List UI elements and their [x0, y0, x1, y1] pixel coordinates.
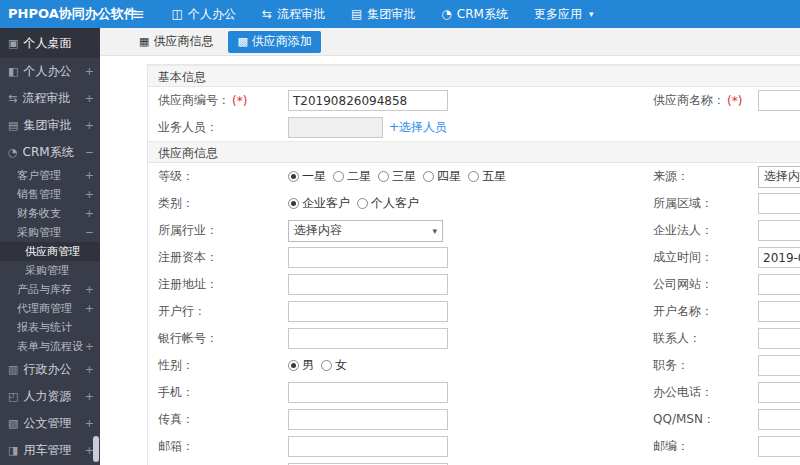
expand-plus-icon[interactable]: + — [83, 169, 94, 182]
sidebar-item-reports-stats[interactable]: 报表与统计 — [0, 318, 100, 337]
sidebar-item-form-flow-settings[interactable]: 表单与流程设置+ — [0, 337, 100, 356]
mobile-input[interactable] — [288, 382, 448, 403]
field-label-text: 手机： — [158, 384, 194, 401]
sidebar-item-label: 产品与库存 — [17, 282, 72, 297]
expand-plus-icon[interactable]: + — [83, 283, 94, 296]
source-select[interactable]: 选择内容▾ — [758, 166, 800, 188]
supplier-name-input[interactable] — [758, 90, 800, 111]
sidebar-item-agent-mgmt[interactable]: 代理商管理+ — [0, 299, 100, 318]
zip-input[interactable] — [758, 436, 800, 457]
expand-plus-icon[interactable]: + — [83, 65, 94, 78]
bank-input[interactable] — [288, 301, 448, 322]
expand-plus-icon[interactable]: + — [83, 363, 94, 376]
hamburger-icon[interactable]: ≡ — [118, 5, 159, 23]
expand-plus-icon[interactable]: + — [83, 302, 94, 315]
sales-person-input[interactable] — [288, 117, 383, 138]
sidebar-item-personal-office[interactable]: ◧个人办公+ — [0, 58, 100, 85]
industry-select[interactable]: 选择内容▾ — [288, 220, 443, 242]
region-input[interactable] — [758, 193, 800, 214]
legal-person-input[interactable] — [758, 220, 800, 241]
desktop-icon: ▣ — [8, 37, 18, 50]
tab-supplier-add[interactable]: ▩供应商添加 — [228, 31, 320, 53]
sidebar-item-workflow-approval[interactable]: ⇆流程审批+ — [0, 85, 100, 112]
field-label-text: 传真： — [158, 411, 194, 428]
category-radio-option[interactable]: 企业客户 — [288, 195, 350, 212]
form-row: 供应商编号：(*)供应商名称：(*) — [148, 87, 800, 114]
navbar-item-group-approval[interactable]: ▤集团审批 — [338, 0, 428, 28]
sidebar-item-group-approval[interactable]: ▤集团审批+ — [0, 112, 100, 139]
expand-plus-icon[interactable]: + — [83, 188, 94, 201]
tab-supplier-info[interactable]: ▦供应商信息 — [130, 31, 222, 53]
navbar-item-label: 更多应用 — [534, 6, 582, 23]
select-person-link[interactable]: +选择人员 — [389, 119, 447, 136]
gender-radio-option[interactable]: 男 — [288, 357, 314, 374]
gender-radio-option[interactable]: 女 — [321, 357, 347, 374]
field-label: 开户行： — [148, 303, 288, 320]
sidebar-item-vehicle-mgmt[interactable]: ◨用车管理+ — [0, 437, 100, 464]
select-value: 选择内容 — [294, 222, 342, 239]
bank-account-input[interactable] — [288, 328, 448, 349]
expand-plus-icon[interactable]: + — [83, 207, 94, 220]
email-input[interactable] — [288, 436, 448, 457]
category-radio-option[interactable]: 个人客户 — [357, 195, 419, 212]
expand-plus-icon[interactable]: + — [83, 390, 94, 403]
field-label-text: 注册资本： — [158, 249, 218, 266]
office-phone-input[interactable] — [758, 382, 800, 403]
field-supplier-code: 供应商编号：(*) — [148, 90, 653, 111]
field-label: 所属行业： — [148, 222, 288, 239]
level-radio-option[interactable]: 三星 — [378, 168, 416, 185]
navbar-item-more-apps[interactable]: 更多应用▾ — [521, 0, 607, 28]
sidebar-item-product-inventory[interactable]: 产品与库存+ — [0, 280, 100, 299]
position-input[interactable] — [758, 355, 800, 376]
sidebar-item-doc-mgmt[interactable]: ▧公文管理+ — [0, 410, 100, 437]
expand-plus-icon[interactable]: + — [83, 340, 94, 353]
sidebar-item-sales-mgmt[interactable]: 销售管理+ — [0, 185, 100, 204]
qq-msn-input[interactable] — [758, 409, 800, 430]
supplier-code-input[interactable] — [288, 90, 448, 111]
field-label-text: 类别： — [158, 195, 194, 212]
expand-plus-icon[interactable]: + — [83, 417, 94, 430]
field-label: 等级： — [148, 168, 288, 185]
navbar-item-crm-system[interactable]: ◔CRM系统 — [428, 0, 521, 28]
sidebar-item-crm-system[interactable]: ◔CRM系统− — [0, 139, 100, 166]
sidebar-scrollbar[interactable] — [93, 436, 99, 462]
collapse-minus-icon[interactable]: − — [83, 146, 94, 159]
level-radio-option[interactable]: 五星 — [468, 168, 506, 185]
founded-date-input[interactable] — [758, 247, 800, 268]
website-input[interactable] — [758, 274, 800, 295]
level-radio-option[interactable]: 四星 — [423, 168, 461, 185]
level-radio-option[interactable]: 二星 — [333, 168, 371, 185]
sidebar-item-finance[interactable]: 财务收支+ — [0, 204, 100, 223]
navbar-item-personal-office[interactable]: ◫个人办公 — [159, 0, 249, 28]
field-label-text: 注册地址： — [158, 276, 218, 293]
contact-input[interactable] — [758, 328, 800, 349]
sidebar-item-purchasing[interactable]: 采购管理 — [0, 261, 100, 280]
section-title: 供应商信息 — [148, 141, 800, 163]
flow-icon: ⇆ — [8, 92, 17, 105]
expand-plus-icon[interactable]: + — [83, 119, 94, 132]
fax-input[interactable] — [288, 409, 448, 430]
field-registered-capital: 注册资本： — [148, 247, 653, 268]
sidebar-item-purchase-mgmt[interactable]: 采购管理− — [0, 223, 100, 242]
collapse-minus-icon[interactable]: − — [83, 226, 94, 239]
sidebar-item-supplier-mgmt[interactable]: 供应商管理 — [0, 242, 100, 261]
sidebar-item-customer-mgmt[interactable]: 客户管理+ — [0, 166, 100, 185]
sidebar-item-admin-office[interactable]: ▥行政办公+ — [0, 356, 100, 383]
account-name-input[interactable] — [758, 301, 800, 322]
sidebar-item-personal-desktop[interactable]: ▣个人桌面 — [0, 28, 100, 58]
registered-capital-input[interactable] — [288, 247, 448, 268]
field-label: 供应商名称：(*) — [653, 92, 758, 109]
expand-plus-icon[interactable]: + — [83, 92, 94, 105]
radio-icon — [468, 171, 479, 182]
field-label: 职务： — [653, 357, 758, 374]
sidebar-item-human-resources[interactable]: ◰人力资源+ — [0, 383, 100, 410]
radio-label: 四星 — [437, 168, 461, 185]
car-icon: ◨ — [8, 444, 18, 457]
registered-address-input[interactable] — [288, 274, 448, 295]
crm-icon: ◔ — [441, 7, 451, 21]
sidebar-item-label: 表单与流程设置 — [17, 339, 83, 354]
form-row: 注册资本：成立时间： — [148, 244, 800, 271]
level-radio-option[interactable]: 一星 — [288, 168, 326, 185]
tab-bar: ▦供应商信息▩供应商添加 — [100, 28, 800, 56]
navbar-item-workflow-approval[interactable]: ⇆流程审批 — [249, 0, 338, 28]
